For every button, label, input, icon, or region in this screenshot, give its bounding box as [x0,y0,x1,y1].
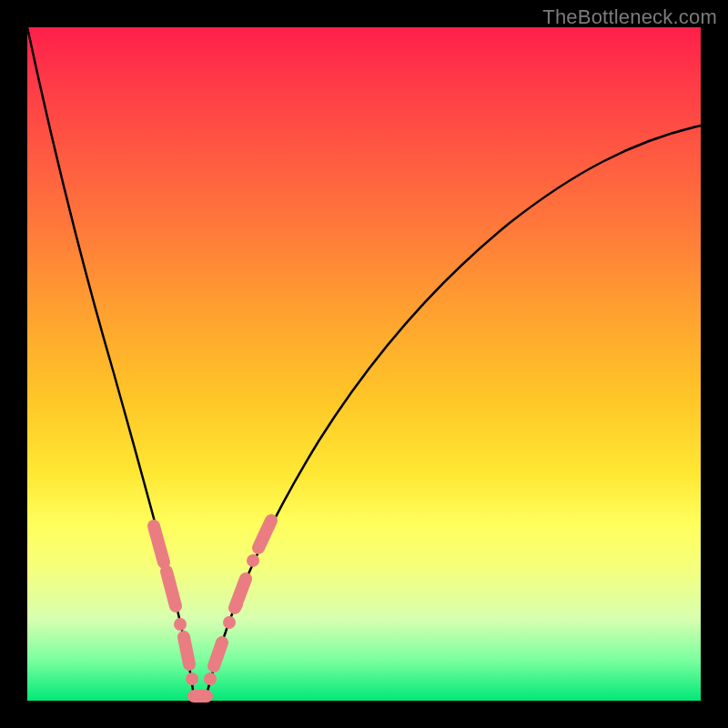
marker-seg-l4 [184,637,189,664]
curve-markers [154,521,271,696]
chart-svg [27,27,701,701]
marker-pt-l5 [186,672,198,685]
marker-pt-r7 [230,598,243,611]
marker-pt-r1 [204,672,217,685]
bottleneck-curve [27,27,701,699]
marker-pt-l3 [174,618,187,631]
watermark-text: TheBottleneck.com [542,5,717,29]
marker-seg-r2 [214,642,222,666]
marker-pt-r5 [247,554,259,567]
marker-seg-l1 [154,526,164,562]
marker-seg-r6 [258,521,271,548]
marker-pt-r3 [223,616,236,629]
outer-frame: TheBottleneck.com [0,0,728,728]
plot-area [27,27,701,701]
marker-seg-l2 [167,571,176,606]
